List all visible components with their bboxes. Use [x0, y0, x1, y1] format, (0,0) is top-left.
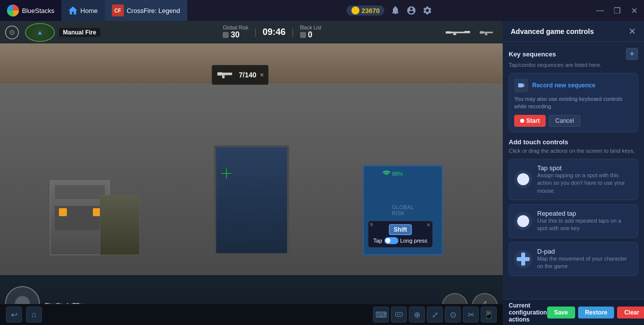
- record-sequence-card: Record new sequence You may also use exi…: [509, 73, 638, 132]
- home-tab-label: Home: [80, 7, 98, 14]
- top-bar-center: 23670: [187, 5, 592, 15]
- add-touch-title: Add touch controls: [509, 138, 568, 146]
- svg-rect-6: [485, 33, 487, 35]
- toolbar-left: ↩ ⌂: [6, 307, 42, 323]
- key-sequences-subtitle: Tap/combo sequences are listed here.: [509, 62, 638, 68]
- repeated-tap-label: Repeated tap: [537, 210, 633, 217]
- panel-close-button[interactable]: ✕: [629, 26, 636, 37]
- key-num: 5: [370, 222, 373, 227]
- coin-icon: [351, 6, 359, 14]
- team2-score: Black List 0: [300, 25, 322, 39]
- start-label: Start: [526, 117, 540, 124]
- dpad-icon: [517, 253, 530, 266]
- add-touch-subtitle: Click or drag the actions on the screen …: [509, 148, 638, 154]
- hud-gear-icon[interactable]: ⚙: [5, 25, 19, 39]
- main-layout: GLOBALRISK 98% ⚙ ▲ M: [0, 21, 644, 325]
- crosshair-button[interactable]: ⊕: [409, 307, 425, 323]
- tap-spot-label: Tap spot: [537, 164, 633, 172]
- popup-close-btn[interactable]: ✕: [260, 72, 264, 78]
- dpad-item[interactable]: D-pad Map the movement of your character…: [509, 242, 638, 276]
- notification-icon[interactable]: [390, 5, 400, 15]
- svg-rect-5: [480, 31, 484, 33]
- gamepad-button[interactable]: [391, 307, 407, 323]
- bluestacks-label: BlueStacks: [22, 7, 54, 14]
- game-area[interactable]: GLOBALRISK 98% ⚙ ▲ M: [0, 21, 503, 325]
- scissors-button[interactable]: ✂: [463, 307, 479, 323]
- score-divider2: |: [292, 27, 294, 37]
- panel-body: Key sequences + Tap/combo sequences are …: [503, 42, 644, 299]
- cancel-recording-button[interactable]: Cancel: [549, 115, 580, 127]
- gun-popup-icon: [216, 67, 236, 82]
- hud-minimap: ▲: [25, 23, 55, 42]
- location-button[interactable]: ⊙: [445, 307, 461, 323]
- dpad-label: D-pad: [537, 248, 633, 255]
- tap-spot-item[interactable]: Tap spot Assign tapping on a spot with t…: [509, 159, 638, 200]
- keyboard-button[interactable]: ⌨: [373, 307, 389, 323]
- long-press-label: Long press: [400, 238, 427, 244]
- add-sequence-button[interactable]: +: [626, 48, 638, 60]
- minimize-button[interactable]: —: [592, 2, 608, 18]
- coin-amount: 23670: [361, 7, 379, 14]
- gun-info-top: [444, 27, 498, 37]
- settings-icon[interactable]: [422, 5, 432, 15]
- tap-label: Tap: [373, 238, 382, 244]
- key-badge: Shift: [389, 224, 412, 235]
- home-small-button[interactable]: ⌂: [26, 307, 42, 323]
- record-actions: Start Cancel: [514, 115, 633, 127]
- bluestacks-tab[interactable]: BlueStacks: [0, 0, 61, 21]
- repeated-tap-item[interactable]: Repeated tap Use this to add repeated ta…: [509, 204, 638, 238]
- dpad-desc: Map the movement of your character on th…: [537, 255, 633, 271]
- resize-button[interactable]: ⤢: [427, 307, 443, 323]
- top-bar-right: — ❐ ✕: [592, 2, 642, 18]
- ammo-count: 7/140: [239, 71, 257, 79]
- tap-longpress-toggle[interactable]: Tap Long press: [373, 237, 427, 244]
- team2-label: Black List 0: [300, 25, 322, 39]
- start-dot-icon: [520, 119, 524, 123]
- undo-button[interactable]: ↩: [6, 307, 22, 323]
- svg-rect-1: [446, 31, 451, 33]
- record-desc: You may also use existing keyboard contr…: [514, 95, 633, 111]
- crosshair-vertical: [226, 168, 227, 178]
- key-popup[interactable]: ✕ 5 Shift Tap Long press: [368, 221, 433, 248]
- close-window-button[interactable]: ✕: [626, 2, 642, 18]
- start-recording-button[interactable]: Start: [514, 115, 546, 127]
- clear-button[interactable]: Clear: [617, 307, 644, 319]
- game-hud-top: ⚙ ▲ Manual Fire Global Risk 30: [0, 21, 503, 43]
- game-timer: 09:46: [263, 27, 286, 37]
- svg-rect-2: [464, 31, 470, 32]
- game-tab-icon: CF: [112, 4, 124, 16]
- hud-center: Global Risk 30 | 09:46 | Black List: [104, 25, 440, 39]
- wifi-indicator: 98%: [382, 170, 403, 177]
- panel-footer: Current configuration actions Save Resto…: [503, 299, 644, 325]
- key-sequences-header: Key sequences +: [509, 48, 638, 60]
- dpad-vertical: [521, 253, 525, 266]
- svg-rect-11: [395, 313, 402, 317]
- record-icon: [514, 78, 528, 92]
- record-title: Record new sequence: [532, 82, 596, 89]
- score-divider: |: [254, 27, 257, 37]
- team1-label: Global Risk 30: [223, 25, 248, 39]
- top-bar-left: BlueStacks Home CF CrossFire: Legend: [0, 0, 187, 21]
- maximize-button[interactable]: ❐: [609, 2, 625, 18]
- coin-badge: 23670: [346, 5, 384, 15]
- game-screenshot: GLOBALRISK 98% ⚙ ▲ M: [0, 21, 503, 325]
- toggle-track[interactable]: [384, 237, 398, 244]
- panel-header: Advanced game controls ✕: [503, 21, 644, 42]
- user-icon[interactable]: [406, 5, 416, 15]
- add-touch-header: Add touch controls: [509, 138, 638, 146]
- save-button[interactable]: Save: [547, 307, 575, 319]
- wifi-strength: 98%: [392, 171, 403, 177]
- home-tab[interactable]: Home: [61, 0, 105, 21]
- phone-button[interactable]: 📱: [481, 307, 497, 323]
- svg-rect-9: [222, 75, 225, 78]
- scene-box-text: GLOBALRISK: [392, 204, 414, 216]
- repeated-tap-info: Repeated tap Use this to add repeated ta…: [537, 210, 633, 233]
- scene-cabinet2: [100, 195, 140, 255]
- repeated-tap-icon: [514, 212, 532, 230]
- svg-point-14: [399, 314, 400, 315]
- game-tab[interactable]: CF CrossFire: Legend: [105, 0, 187, 21]
- restore-button[interactable]: Restore: [578, 307, 615, 319]
- ammo-popup: 7/140 ✕: [212, 65, 269, 85]
- key-popup-close-btn[interactable]: ✕: [426, 222, 430, 228]
- door-arch: [214, 145, 289, 255]
